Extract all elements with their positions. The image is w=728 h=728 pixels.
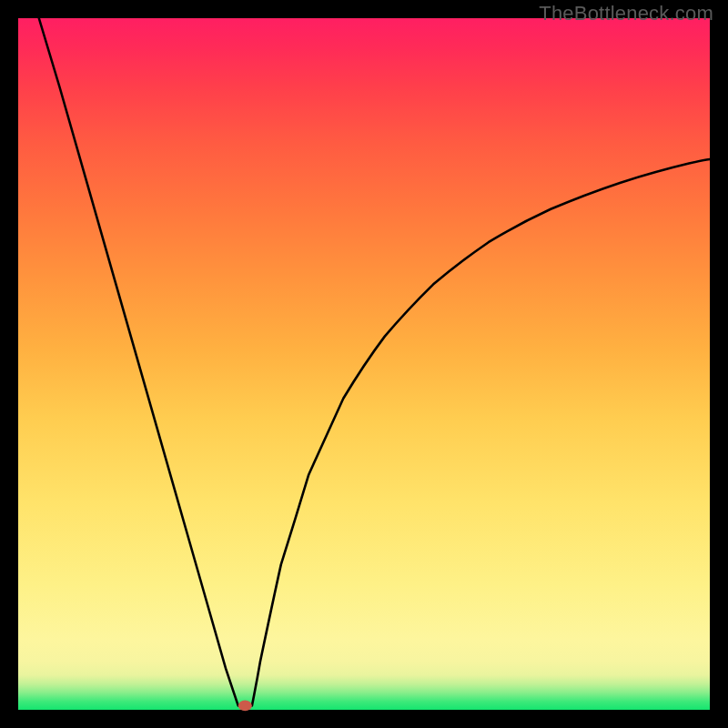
chart-plot-area bbox=[18, 18, 710, 710]
curve-left-branch bbox=[39, 18, 238, 705]
chart-curve-layer bbox=[18, 18, 710, 710]
curve-right-branch bbox=[252, 159, 710, 705]
chart-frame bbox=[18, 18, 710, 710]
curve-min-marker bbox=[238, 701, 252, 712]
watermark-text: TheBottleneck.com bbox=[539, 2, 713, 25]
